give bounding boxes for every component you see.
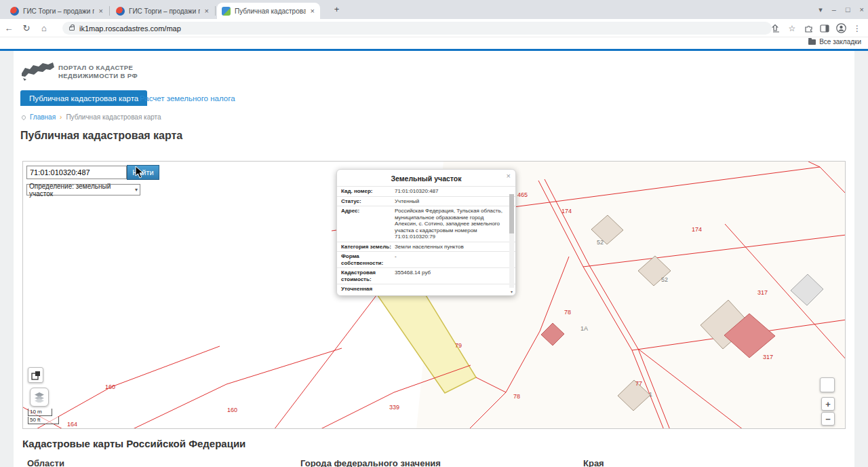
footer-column-title: Области [27,458,64,467]
map-parcel-label: 339 [389,404,399,411]
all-bookmarks[interactable]: Все закладки [808,38,861,45]
parcel-type-select[interactable]: Определение: земельный участок ▾ [26,184,140,195]
zoom-in-button[interactable]: + [821,397,835,411]
tab-close-icon[interactable]: × [310,7,315,15]
footer-columns: ОбластиГорода федерального значенияКрая [14,458,854,467]
mouse-cursor [135,166,144,179]
popup-row-label: Адрес: [341,208,393,240]
share-icon[interactable] [770,23,781,34]
map-parcel-label: 77 [635,380,642,387]
select-caret-icon: ▾ [135,187,138,193]
scroll-down-icon[interactable]: ▾ [509,289,514,294]
browser-tab[interactable]: ГИС Торги – продажи госуд× [111,3,214,19]
popup-body: Кад. номер:71:01:010320:487Статус:Учтенн… [337,186,515,294]
bookmark-star-icon[interactable]: ☆ [787,23,797,34]
tab-close-icon[interactable]: × [204,7,210,15]
map-parcel-label: 160 [105,384,115,390]
map-parcel-label: 465 [517,191,528,198]
breadcrumb-current: Публичная кадастровая карта [66,113,161,121]
browser-tab[interactable]: Публичная кадастровая ка× [217,3,320,19]
menu-kebab-icon[interactable]: ⋮ [852,23,863,34]
russia-map-logo [20,58,56,84]
cadastral-search-input[interactable] [26,166,127,179]
tab-title: Публичная кадастровая ка [235,7,306,15]
page-background: ПОРТАЛ О КАДАСТРЕ НЕДВИЖИМОСТИ В РФ Публ… [0,51,868,467]
map-parcel-label: 317 [763,354,773,360]
browser-toolbar: ← ↻ ⌂ ik1map.roscadastres.com/map ☆ ⋮ [0,19,868,37]
maximize-icon[interactable]: □ [846,5,850,14]
bookmarks-folder-icon [808,39,816,45]
map-parcel-label: 164 [67,421,77,428]
all-bookmarks-label: Все закладки [819,38,861,45]
bookmarks-bar: Все закладки [0,37,868,49]
footer-section-title: Кадастровые карты Российской Федерации [22,438,245,449]
popup-row-value: 71:01:010320:487 [393,188,505,195]
window-controls: ▾ – □ × [818,0,864,19]
popup-row-label: Статус: [341,198,393,205]
reload-icon[interactable]: ↻ [18,23,35,33]
map-parcel-label: 52 [597,239,604,246]
popup-row-value: Учтенный [393,198,505,205]
popup-row: Кад. номер:71:01:010320:487 [337,186,515,196]
minimize-icon[interactable]: – [832,5,836,14]
window-close-icon[interactable]: × [860,5,864,14]
footer-column-title: Края [583,458,604,467]
browser-tab[interactable]: ГИС Торги – продажи госуд× [5,3,108,19]
layers-button[interactable] [30,388,49,407]
popup-row-label: Кад. номер: [341,188,393,195]
extensions-puzzle-icon[interactable] [803,23,814,34]
popup-row: Кадастровая стоимость:355468.14 руб [337,267,515,284]
popup-row-value [393,286,505,293]
popup-scrollbar-thumb[interactable] [509,194,514,234]
popup-row: Категория земель:Земли населенных пункто… [337,242,515,252]
overview-map-button[interactable] [28,367,43,383]
map-parcel-label: 174 [561,208,572,214]
footer-column-title: Города федерального значения [300,458,441,467]
map-parcel-label: 160 [227,407,237,413]
profile-avatar-icon[interactable] [835,23,846,34]
popup-row-label: Кадастровая стоимость: [341,269,393,282]
map-parcel-label: 78 [513,393,520,400]
site-logo-text: ПОРТАЛ О КАДАСТРЕ НЕДВИЖИМОСТИ В РФ [58,64,138,80]
breadcrumb-separator: › [60,113,62,121]
back-icon[interactable]: ← [0,23,18,33]
browser-tab-strip: ГИС Торги – продажи госуд×ГИС Торги – пр… [0,0,868,19]
lock-icon[interactable] [69,26,75,31]
popup-row: Уточненная [337,284,515,294]
scale-imperial: 50 ft [28,417,59,424]
parcel-info-popup: × Земельный участок Кад. номер:71:01:010… [336,169,516,296]
popup-row-label: Форма собственности: [341,253,393,266]
map-parcel-label: 174 [692,226,702,233]
tab-land-tax-calc[interactable]: Расчет земельного налога [140,90,235,106]
parcel-type-value: Определение: земельный участок [29,183,135,198]
tab-search-chevron-icon[interactable]: ▾ [818,5,823,14]
popup-row-value: 355468.14 руб [393,269,505,282]
url-text: ik1map.roscadastres.com/map [79,24,181,33]
breadcrumb-home-link[interactable]: Главная [30,113,56,121]
home-icon[interactable]: ⌂ [35,23,53,33]
tab-title: ГИС Торги – продажи госуд [23,7,94,15]
popup-scrollbar[interactable] [509,194,514,288]
map-parcel-label: 1 [649,391,652,398]
popup-row: Адрес:Российская Федерация, Тульская обл… [337,206,515,242]
map-extent-button[interactable] [820,377,835,392]
breadcrumb: Главная › Публичная кадастровая карта [22,113,161,121]
gis-torgi-favicon [116,7,125,16]
layers-icon [34,392,45,403]
side-panel-icon[interactable] [819,23,830,34]
map-pin-icon [21,114,26,119]
scale-metric: 10 m [28,409,52,416]
tab-close-icon[interactable]: × [98,7,104,15]
map-panel: 4651745217431731752781А79787713391601601… [22,161,846,429]
tab-public-cadastral-map[interactable]: Публичная кадастровая карта [20,90,147,106]
popup-close-icon[interactable]: × [507,172,511,180]
zoom-out-button[interactable]: − [821,412,835,426]
address-bar[interactable]: ik1map.roscadastres.com/map [62,22,772,35]
map-parcel-label: 78 [564,309,571,316]
content-card: ПОРТАЛ О КАДАСТРЕ НЕДВИЖИМОСТИ В РФ Публ… [14,51,854,467]
new-tab-button[interactable]: + [331,4,342,16]
map-parcel-label: 52 [661,276,668,283]
popup-row-value: Земли населенных пунктов [393,244,505,250]
popup-row-value: Российская Федерация, Тульская область, … [393,208,505,240]
popup-row-label: Уточненная [341,286,393,293]
